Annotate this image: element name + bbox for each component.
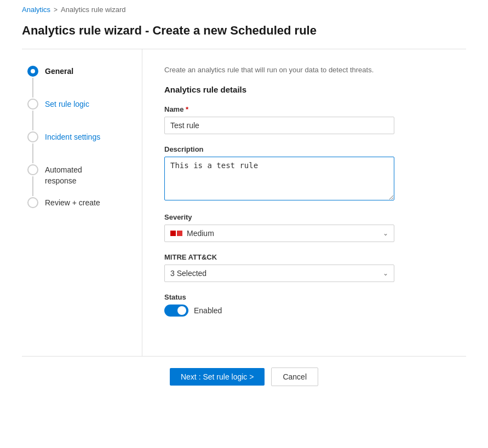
severity-label: Severity: [164, 213, 444, 221]
severity-select[interactable]: Medium ⌄: [164, 225, 394, 242]
next-button[interactable]: Next : Set rule logic >: [170, 368, 265, 386]
name-label: Name *: [164, 105, 444, 113]
toggle-container: Enabled: [164, 305, 444, 317]
step-circle-automated: [27, 164, 38, 175]
step-line-automated: [32, 176, 33, 196]
step-label-general: General: [45, 66, 73, 77]
step-group-general: General: [27, 66, 131, 99]
step-label-rule-logic[interactable]: Set rule logic: [45, 99, 89, 110]
mitre-label: MITRE ATT&CK: [164, 253, 444, 261]
step-row-review: Review + create: [27, 197, 131, 209]
step-circle-general: [27, 66, 38, 77]
toggle-label: Enabled: [194, 306, 222, 315]
mitre-field: MITRE ATT&CK 3 Selected ⌄: [164, 253, 444, 282]
step-circle-incident: [27, 131, 38, 142]
severity-chevron-icon: ⌄: [383, 229, 388, 237]
mitre-select[interactable]: 3 Selected ⌄: [164, 265, 394, 282]
step-circle-rule-logic: [27, 99, 38, 110]
description-field: Description This is a test rule: [164, 145, 444, 202]
description-input[interactable]: This is a test rule: [164, 157, 394, 200]
status-label: Status: [164, 293, 444, 301]
step-line-rule-logic: [32, 111, 33, 130]
step-label-incident[interactable]: Incident settings: [45, 131, 100, 143]
toggle-track: [164, 305, 188, 317]
step-label-review: Review + create: [45, 197, 100, 209]
step-connector-general: [27, 66, 38, 99]
step-group-automated: Automatedresponse: [27, 164, 131, 197]
step-row-incident: Incident settings: [27, 131, 131, 164]
content-description: Create an analytics rule that will run o…: [164, 66, 444, 74]
step-line-general: [32, 78, 33, 97]
step-group-review: Review + create: [27, 197, 131, 209]
step-row-rule-logic: Set rule logic: [27, 99, 131, 131]
breadcrumb-current: Analytics rule wizard: [61, 5, 126, 14]
name-input[interactable]: [164, 117, 394, 134]
step-group-rule-logic: Set rule logic: [27, 99, 131, 131]
description-label: Description: [164, 145, 444, 153]
step-line-incident: [32, 143, 33, 163]
step-row-general: General: [27, 66, 131, 99]
main-content: Create an analytics rule that will run o…: [142, 49, 466, 356]
stepper: General Set rule logic Incident settings: [22, 49, 142, 356]
step-row-automated: Automatedresponse: [27, 164, 131, 197]
step-connector-automated: [27, 164, 38, 197]
toggle-thumb: [177, 306, 186, 315]
name-field: Name *: [164, 105, 444, 134]
step-connector-incident: [27, 131, 38, 164]
cancel-button[interactable]: Cancel: [271, 367, 318, 386]
severity-value: Medium: [187, 229, 214, 238]
page-title: Analytics rule wizard - Create a new Sch…: [0, 19, 488, 49]
severity-block-2: [177, 231, 182, 236]
step-connector-rule-logic: [27, 99, 38, 131]
section-title: Analytics rule details: [164, 85, 444, 94]
breadcrumb-analytics[interactable]: Analytics: [22, 5, 50, 14]
status-toggle[interactable]: [164, 305, 188, 317]
severity-field: Severity Medium ⌄: [164, 213, 444, 242]
severity-block-1: [170, 231, 176, 236]
step-circle-review: [27, 197, 38, 208]
severity-icons: [170, 231, 182, 236]
breadcrumb: Analytics > Analytics rule wizard: [0, 0, 488, 19]
step-group-incident: Incident settings: [27, 131, 131, 164]
mitre-chevron-icon: ⌄: [383, 269, 388, 277]
status-field: Status Enabled: [164, 293, 444, 317]
footer: Next : Set rule logic > Cancel: [0, 357, 488, 397]
step-label-automated: Automatedresponse: [45, 164, 82, 186]
wizard-body: General Set rule logic Incident settings: [22, 49, 466, 356]
severity-select-left: Medium: [170, 229, 214, 238]
breadcrumb-separator: >: [54, 6, 58, 14]
mitre-value: 3 Selected: [170, 269, 206, 278]
step-connector-review: [27, 197, 38, 208]
